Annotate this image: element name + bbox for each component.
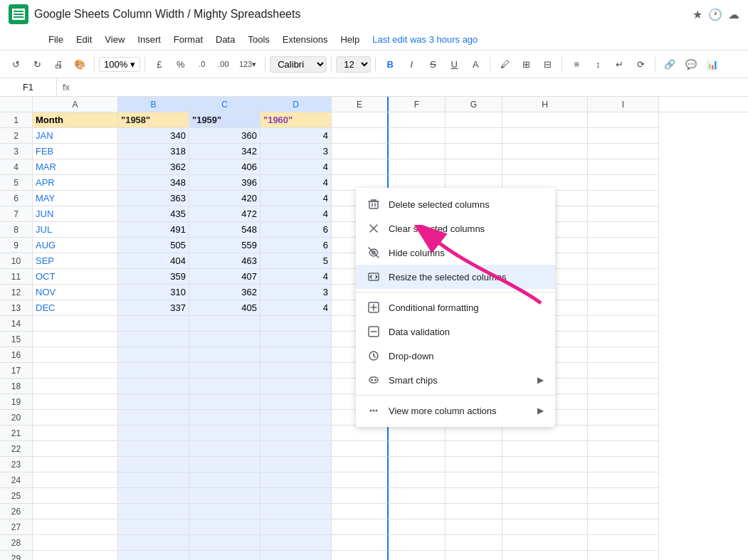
- link-button[interactable]: 🔗: [660, 54, 680, 74]
- cell-d12[interactable]: 3: [260, 285, 332, 300]
- ctx-smart-chips[interactable]: Smart chips ▶: [356, 368, 555, 392]
- cell-d9[interactable]: 6: [260, 238, 332, 253]
- cell-b10[interactable]: 404: [118, 253, 189, 269]
- menu-view[interactable]: View: [99, 31, 130, 48]
- col-header-e[interactable]: E: [332, 97, 389, 112]
- ctx-dropdown[interactable]: Drop-down: [356, 344, 555, 368]
- cell-a5[interactable]: APR: [33, 175, 118, 191]
- cell-i4[interactable]: [588, 159, 659, 175]
- cell-i9[interactable]: [588, 238, 659, 253]
- cell-i8[interactable]: [588, 222, 659, 238]
- menu-insert[interactable]: Insert: [132, 31, 167, 48]
- cell-i11[interactable]: [588, 269, 659, 285]
- h-align-button[interactable]: ≡: [567, 54, 586, 74]
- underline-button[interactable]: U: [444, 54, 464, 74]
- percent-button[interactable]: %: [171, 54, 191, 74]
- strikethrough-button[interactable]: S: [423, 54, 443, 74]
- cell-b3[interactable]: 318: [118, 144, 189, 159]
- merge-button[interactable]: ⊟: [537, 54, 557, 74]
- menu-edit[interactable]: Edit: [70, 31, 98, 48]
- cell-i6[interactable]: [588, 191, 659, 206]
- currency-button[interactable]: £: [149, 54, 169, 74]
- row-num-1[interactable]: 1: [0, 112, 33, 128]
- menu-tools[interactable]: Tools: [242, 31, 275, 48]
- cell-b13[interactable]: 337: [118, 300, 189, 316]
- cell-c8[interactable]: 548: [189, 222, 260, 238]
- row-num-12[interactable]: 12: [0, 285, 33, 300]
- cell-g4[interactable]: [446, 159, 502, 175]
- redo-button[interactable]: ↻: [27, 54, 47, 74]
- col-header-h[interactable]: H: [502, 97, 588, 112]
- cell-c9[interactable]: 559: [189, 238, 260, 253]
- row-num-3[interactable]: 3: [0, 144, 33, 159]
- wrap-button[interactable]: ↵: [609, 54, 629, 74]
- cell-c2[interactable]: 360: [189, 128, 260, 144]
- menu-file[interactable]: File: [43, 31, 69, 48]
- cell-b1[interactable]: "1958": [118, 112, 189, 128]
- cell-c13[interactable]: 405: [189, 300, 260, 316]
- cell-c5[interactable]: 396: [189, 175, 260, 191]
- cell-c12[interactable]: 362: [189, 285, 260, 300]
- cell-h1[interactable]: [502, 112, 588, 128]
- cell-f4[interactable]: [389, 159, 446, 175]
- cell-f1[interactable]: [389, 112, 446, 128]
- cloud-icon[interactable]: ☁: [728, 8, 739, 21]
- cell-d8[interactable]: 6: [260, 222, 332, 238]
- cell-i12[interactable]: [588, 285, 659, 300]
- col-header-i[interactable]: I: [588, 97, 659, 112]
- comment-button[interactable]: 💬: [681, 54, 701, 74]
- cell-a11[interactable]: OCT: [33, 269, 118, 285]
- cell-b9[interactable]: 505: [118, 238, 189, 253]
- cell-c10[interactable]: 463: [189, 253, 260, 269]
- cell-e1[interactable]: [332, 112, 389, 128]
- cell-reference[interactable]: F1: [0, 78, 57, 96]
- undo-button[interactable]: ↺: [6, 54, 26, 74]
- cell-a12[interactable]: NOV: [33, 285, 118, 300]
- cell-i7[interactable]: [588, 206, 659, 222]
- cell-g1[interactable]: [446, 112, 502, 128]
- col-header-b[interactable]: B: [118, 97, 189, 112]
- cell-d2[interactable]: 4: [260, 128, 332, 144]
- ctx-delete-columns[interactable]: Delete selected columns: [356, 192, 555, 216]
- cell-f2[interactable]: [389, 128, 446, 144]
- paint-format-button[interactable]: 🎨: [70, 54, 90, 74]
- cell-a6[interactable]: MAY: [33, 191, 118, 206]
- cell-a3[interactable]: FEB: [33, 144, 118, 159]
- star-icon[interactable]: ★: [692, 8, 702, 21]
- col-header-c[interactable]: C: [189, 97, 260, 112]
- cell-h2[interactable]: [502, 128, 588, 144]
- cell-d3[interactable]: 3: [260, 144, 332, 159]
- borders-button[interactable]: ⊞: [516, 54, 536, 74]
- cell-b5[interactable]: 348: [118, 175, 189, 191]
- col-header-g[interactable]: G: [446, 97, 502, 112]
- cell-i1[interactable]: [588, 112, 659, 128]
- cell-c7[interactable]: 472: [189, 206, 260, 222]
- menu-extensions[interactable]: Extensions: [277, 31, 334, 48]
- cell-b4[interactable]: 362: [118, 159, 189, 175]
- row-num-11[interactable]: 11: [0, 269, 33, 285]
- font-size-selector[interactable]: 12: [336, 56, 371, 73]
- cell-c4[interactable]: 406: [189, 159, 260, 175]
- row-num-13[interactable]: 13: [0, 300, 33, 316]
- ctx-conditional-format[interactable]: Conditional formatting: [356, 295, 555, 319]
- cell-d13[interactable]: 4: [260, 300, 332, 316]
- font-selector[interactable]: Calibri: [270, 56, 327, 73]
- cell-a8[interactable]: JUL: [33, 222, 118, 238]
- row-num-2[interactable]: 2: [0, 128, 33, 144]
- cell-a9[interactable]: AUG: [33, 238, 118, 253]
- italic-button[interactable]: I: [401, 54, 421, 74]
- cell-b11[interactable]: 359: [118, 269, 189, 285]
- format-123[interactable]: 123▾: [235, 54, 260, 74]
- cell-d7[interactable]: 4: [260, 206, 332, 222]
- decimal-decrease[interactable]: .0: [192, 54, 212, 74]
- text-color-button[interactable]: A: [465, 54, 485, 74]
- menu-help[interactable]: Help: [335, 31, 365, 48]
- zoom-selector[interactable]: 100% ▾: [99, 57, 140, 72]
- cell-b8[interactable]: 491: [118, 222, 189, 238]
- cell-e4[interactable]: [332, 159, 389, 175]
- cell-a10[interactable]: SEP: [33, 253, 118, 269]
- cell-e3[interactable]: [332, 144, 389, 159]
- row-num-5[interactable]: 5: [0, 175, 33, 191]
- cell-g2[interactable]: [446, 128, 502, 144]
- cell-f3[interactable]: [389, 144, 446, 159]
